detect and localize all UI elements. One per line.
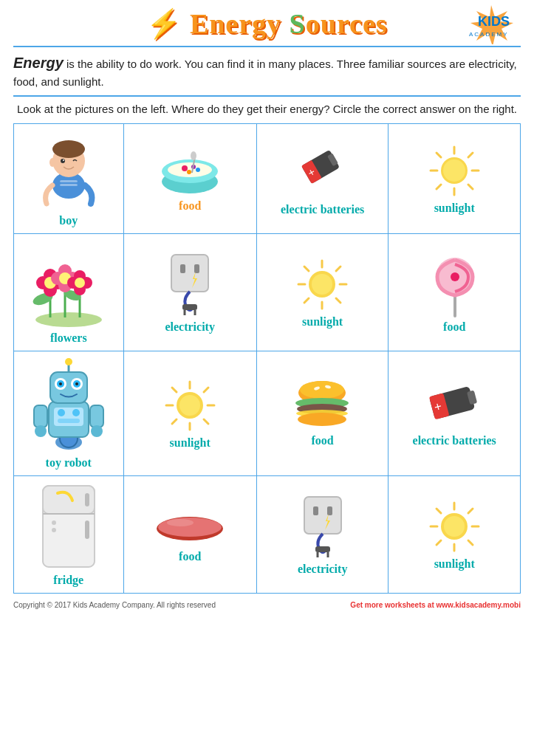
table-row: boy — [14, 124, 521, 234]
svg-line-31 — [437, 185, 441, 189]
description-text: is the ability to do work. You can find … — [13, 58, 517, 88]
svg-point-126 — [167, 519, 194, 526]
svg-line-68 — [336, 267, 340, 271]
svg-point-106 — [300, 381, 344, 399]
subject-cell-fridge: fridge — [14, 476, 124, 594]
flowers-label: flowers — [17, 331, 120, 345]
food-label-robot: food — [260, 434, 386, 447]
svg-line-66 — [304, 267, 309, 271]
svg-line-139 — [468, 540, 473, 545]
svg-rect-10 — [60, 184, 78, 186]
svg-line-100 — [204, 419, 208, 424]
svg-point-14 — [182, 165, 188, 171]
answer-cell-boy-batteries[interactable]: + electric batteries — [256, 124, 388, 234]
svg-point-34 — [35, 312, 102, 327]
answer-cell-fridge-electricity[interactable]: electricity — [256, 476, 388, 594]
bowl-image — [127, 145, 253, 196]
fridge-label: fridge — [17, 574, 120, 587]
sun-image-robot — [127, 378, 253, 433]
svg-point-74 — [451, 272, 459, 281]
kids-academy-logo: KIDS ACADEMY — [462, 4, 521, 48]
answer-cell-fridge-food[interactable]: food — [123, 476, 256, 594]
sunlight-label-robot: sunlight — [127, 436, 253, 450]
answer-cell-robot-batteries[interactable]: + electric batteries — [388, 351, 521, 476]
svg-point-16 — [187, 170, 191, 174]
table-row: fridge food — [14, 476, 521, 594]
svg-line-140 — [468, 509, 473, 513]
answer-cell-flowers-electricity[interactable]: electricity — [123, 234, 256, 351]
svg-point-71 — [312, 274, 332, 295]
sausage-image — [127, 506, 253, 547]
svg-point-33 — [443, 159, 465, 182]
copyright-text: Copyright © 2017 Kids Academy Company. A… — [13, 601, 216, 609]
answer-cell-boy-food[interactable]: food — [123, 124, 256, 234]
svg-point-143 — [444, 516, 465, 537]
svg-line-141 — [437, 540, 441, 545]
boy-label: boy — [17, 214, 120, 227]
svg-point-80 — [72, 409, 80, 416]
svg-point-112 — [298, 413, 346, 426]
answer-cell-robot-food[interactable]: food — [256, 351, 388, 476]
svg-line-138 — [437, 509, 441, 513]
table-row: toy robot — [14, 351, 521, 476]
svg-rect-81 — [58, 419, 80, 423]
subject-cell-flowers: flowers — [14, 234, 124, 351]
svg-line-99 — [172, 388, 177, 392]
svg-point-19 — [191, 151, 196, 160]
svg-rect-83 — [90, 405, 103, 427]
answer-cell-fridge-sunlight[interactable]: sunlight — [388, 476, 521, 594]
svg-point-7 — [63, 159, 64, 161]
svg-line-30 — [468, 153, 473, 157]
svg-point-91 — [59, 382, 62, 385]
svg-point-85 — [91, 425, 103, 437]
svg-line-29 — [468, 185, 473, 189]
svg-point-123 — [52, 528, 56, 532]
svg-line-67 — [336, 298, 340, 303]
svg-line-102 — [172, 419, 177, 424]
page-footer: Copyright © 2017 Kids Academy Company. A… — [13, 601, 521, 609]
sun-image-fridge — [391, 499, 517, 554]
answer-cell-robot-sunlight[interactable]: sunlight — [123, 351, 256, 476]
svg-point-5 — [52, 140, 85, 158]
svg-rect-59 — [182, 304, 197, 310]
svg-rect-82 — [34, 405, 47, 427]
page-title: ⚡ Energy Sources — [146, 7, 387, 40]
sunlight-label-boy: sunlight — [391, 202, 517, 215]
answer-cell-boy-sunlight[interactable]: sunlight — [388, 124, 521, 234]
svg-line-28 — [437, 153, 441, 157]
svg-point-17 — [196, 168, 200, 172]
svg-point-122 — [52, 520, 56, 525]
svg-point-79 — [58, 409, 65, 416]
svg-point-13 — [168, 162, 212, 177]
sunlight-label-flowers: sunlight — [260, 315, 386, 329]
svg-rect-78 — [54, 408, 83, 426]
battery-image: + — [260, 141, 386, 200]
bold-energy: Energy — [13, 55, 64, 71]
svg-rect-86 — [50, 372, 87, 403]
svg-point-88 — [65, 358, 72, 365]
website-link[interactable]: Get more worksheets at www.kidsacademy.m… — [350, 601, 521, 609]
svg-text:KIDS: KIDS — [478, 14, 510, 29]
description-divider — [13, 95, 521, 97]
svg-rect-9 — [60, 180, 78, 182]
food-label-fridge: food — [127, 550, 253, 563]
svg-rect-56 — [180, 264, 185, 273]
subject-cell-robot: toy robot — [14, 351, 124, 476]
table-row: flowers — [14, 234, 521, 351]
energy-grid: boy — [13, 123, 521, 594]
svg-rect-128 — [313, 506, 318, 515]
svg-line-101 — [204, 388, 208, 392]
svg-point-104 — [179, 395, 200, 416]
answer-cell-flowers-sunlight[interactable]: sunlight — [256, 234, 388, 351]
svg-point-94 — [75, 382, 78, 385]
svg-rect-129 — [327, 506, 332, 515]
electricity-label-flowers: electricity — [127, 320, 253, 334]
svg-rect-121 — [85, 520, 89, 539]
sunlight-label-fridge: sunlight — [391, 557, 517, 571]
svg-rect-127 — [304, 497, 341, 534]
subject-cell-boy: boy — [14, 124, 124, 234]
answer-cell-flowers-food[interactable]: food — [388, 234, 521, 351]
robot-image — [17, 357, 120, 453]
food-label-flowers: food — [391, 320, 517, 334]
outlet2-image — [260, 493, 386, 560]
